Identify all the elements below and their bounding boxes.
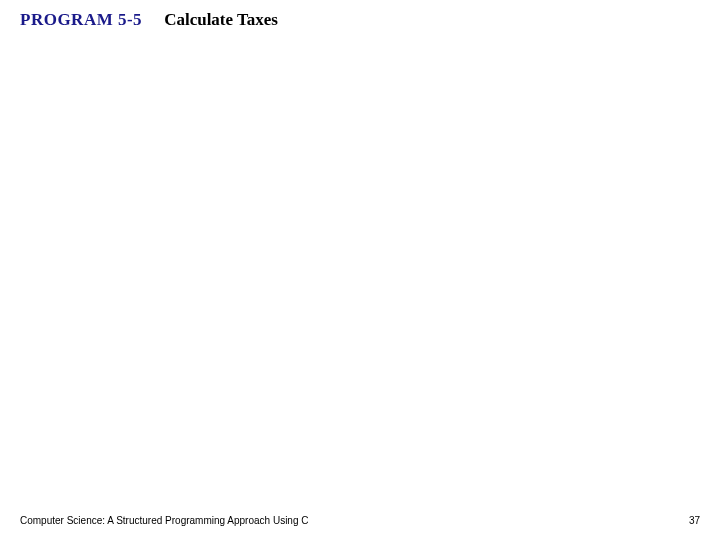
slide-footer: Computer Science: A Structured Programmi… — [20, 515, 700, 526]
page-number: 37 — [689, 515, 700, 526]
slide-header: PROGRAM 5-5 Calculate Taxes — [20, 10, 278, 30]
program-label: PROGRAM 5-5 — [20, 10, 142, 30]
program-title: Calculate Taxes — [164, 10, 278, 30]
footer-text: Computer Science: A Structured Programmi… — [20, 515, 308, 526]
